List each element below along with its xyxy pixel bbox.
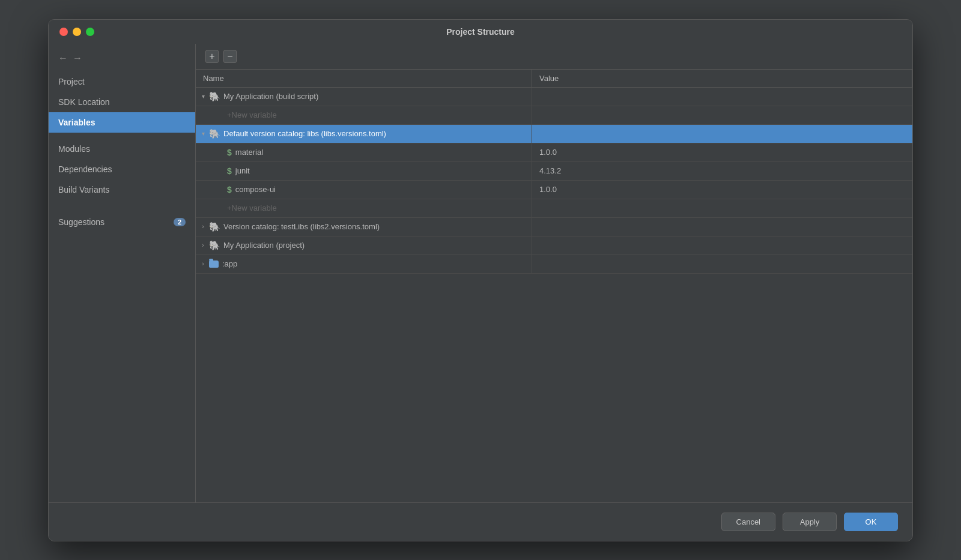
ok-button[interactable]: OK bbox=[844, 513, 898, 531]
suggestions-badge: 2 bbox=[174, 218, 186, 226]
new-variable-link[interactable]: +New variable bbox=[227, 110, 277, 119]
chevron-down-icon: ▾ bbox=[198, 92, 208, 101]
row-label: My Application (build script) bbox=[223, 92, 318, 101]
main-panel: + − Name Value ▾ 🐘 My Application (build… bbox=[196, 44, 912, 502]
table-row[interactable]: ▾ 🐘 My Application (build script) bbox=[196, 88, 912, 106]
traffic-lights bbox=[59, 28, 94, 36]
nav-forward-button[interactable]: → bbox=[73, 53, 82, 63]
sidebar-section: Modules Dependencies Build Variants bbox=[49, 139, 195, 200]
sidebar-item-project[interactable]: Project bbox=[49, 71, 195, 92]
row-value bbox=[532, 131, 912, 137]
folder-icon bbox=[209, 260, 219, 268]
gradle-icon: 🐘 bbox=[209, 91, 220, 102]
gradle-icon: 🐘 bbox=[209, 240, 220, 251]
sidebar-item-variables[interactable]: Variables bbox=[49, 112, 195, 133]
nav-back-button[interactable]: ← bbox=[58, 53, 68, 63]
maximize-button[interactable] bbox=[86, 28, 94, 36]
table-row[interactable]: › 🐘 Version catalog: testLibs (libs2.ver… bbox=[196, 218, 912, 236]
cancel-button[interactable]: Cancel bbox=[721, 513, 775, 531]
table-row[interactable]: › :app bbox=[196, 255, 912, 274]
row-label: Default version catalog: libs (libs.vers… bbox=[223, 129, 386, 138]
sidebar-item-dependencies[interactable]: Dependencies bbox=[49, 159, 195, 179]
row-label: Version catalog: testLibs (libs2.version… bbox=[223, 222, 380, 231]
table-row[interactable]: +New variable bbox=[196, 106, 912, 125]
row-label: material bbox=[235, 148, 263, 157]
row-value bbox=[532, 205, 912, 211]
nav-arrows: ← → bbox=[49, 50, 195, 71]
row-label: :app bbox=[222, 259, 237, 268]
chevron-right-icon: › bbox=[198, 241, 208, 250]
row-value bbox=[532, 242, 912, 248]
table-row[interactable]: $ junit 4.13.2 bbox=[196, 162, 912, 181]
apply-button[interactable]: Apply bbox=[783, 513, 837, 531]
chevron-right-icon: › bbox=[198, 222, 208, 232]
gradle-icon: 🐘 bbox=[209, 221, 220, 232]
project-structure-dialog: Project Structure ← → Project SDK Locati… bbox=[48, 19, 913, 541]
dialog-footer: Cancel Apply OK bbox=[49, 502, 912, 541]
row-label: compose-ui bbox=[235, 185, 276, 194]
row-value: 1.0.0 bbox=[532, 145, 912, 160]
table-row[interactable]: ▾ 🐘 Default version catalog: libs (libs.… bbox=[196, 125, 912, 143]
close-button[interactable] bbox=[59, 28, 68, 36]
row-value bbox=[532, 112, 912, 118]
header-name: Name bbox=[196, 70, 532, 87]
new-variable-link[interactable]: +New variable bbox=[227, 203, 277, 212]
minimize-button[interactable] bbox=[73, 28, 81, 36]
row-label: junit bbox=[235, 166, 250, 175]
header-value: Value bbox=[532, 70, 912, 87]
chevron-down-icon: ▾ bbox=[198, 129, 208, 139]
chevron-right-icon: › bbox=[198, 259, 208, 269]
table-row[interactable]: $ compose-ui 1.0.0 bbox=[196, 181, 912, 199]
add-button[interactable]: + bbox=[205, 50, 219, 63]
table-row[interactable]: › 🐘 My Application (project) bbox=[196, 236, 912, 255]
row-value: 1.0.0 bbox=[532, 182, 912, 197]
dialog-content: ← → Project SDK Location Variables Modul… bbox=[49, 44, 912, 502]
sidebar-item-sdk-location[interactable]: SDK Location bbox=[49, 92, 195, 112]
sidebar: ← → Project SDK Location Variables Modul… bbox=[49, 44, 196, 502]
row-label: My Application (project) bbox=[223, 241, 305, 250]
table-header: Name Value bbox=[196, 70, 912, 88]
toolbar: + − bbox=[196, 44, 912, 69]
variable-icon: $ bbox=[227, 166, 232, 176]
gradle-icon: 🐘 bbox=[209, 128, 220, 139]
variables-table: Name Value ▾ 🐘 My Application (build scr… bbox=[196, 69, 912, 502]
remove-button[interactable]: − bbox=[223, 50, 237, 63]
row-value: 4.13.2 bbox=[532, 163, 912, 178]
sidebar-item-modules[interactable]: Modules bbox=[49, 139, 195, 159]
sidebar-item-suggestions[interactable]: Suggestions 2 bbox=[49, 212, 195, 232]
dialog-title: Project Structure bbox=[446, 27, 515, 37]
title-bar: Project Structure bbox=[49, 20, 912, 44]
table-row[interactable]: $ material 1.0.0 bbox=[196, 143, 912, 162]
row-value bbox=[532, 224, 912, 230]
row-value bbox=[532, 261, 912, 267]
variable-icon: $ bbox=[227, 148, 232, 157]
row-value bbox=[532, 94, 912, 100]
variable-icon: $ bbox=[227, 185, 232, 194]
sidebar-item-build-variants[interactable]: Build Variants bbox=[49, 179, 195, 200]
table-row[interactable]: +New variable bbox=[196, 199, 912, 218]
